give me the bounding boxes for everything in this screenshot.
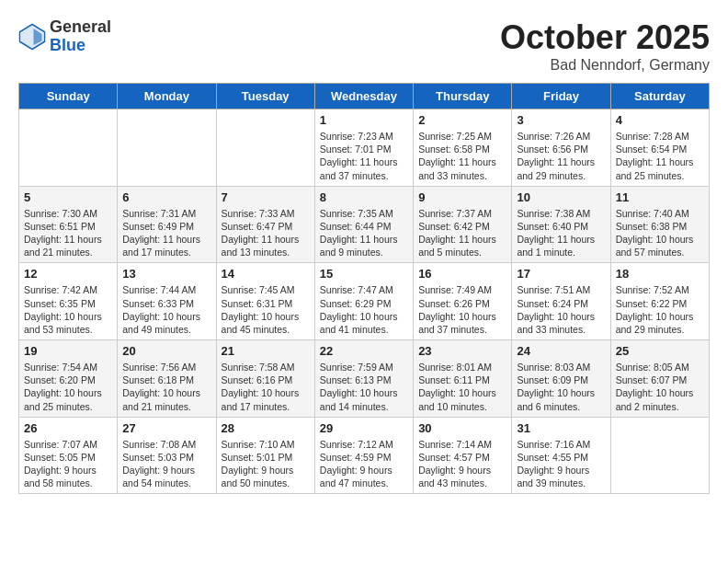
calendar-day-cell: 1Sunrise: 7:23 AM Sunset: 7:01 PM Daylig…: [314, 109, 413, 187]
day-info: Sunrise: 8:05 AM Sunset: 6:07 PM Dayligh…: [616, 361, 704, 413]
calendar-day-cell: 21Sunrise: 7:58 AM Sunset: 6:16 PM Dayli…: [216, 340, 314, 418]
day-number: 18: [616, 267, 704, 281]
day-number: 22: [320, 344, 408, 358]
day-info: Sunrise: 7:40 AM Sunset: 6:38 PM Dayligh…: [616, 207, 704, 259]
calendar-day-cell: 11Sunrise: 7:40 AM Sunset: 6:38 PM Dayli…: [610, 186, 709, 263]
day-number: 25: [616, 344, 704, 358]
title-block: October 2025 Bad Nenndorf, Germany: [500, 18, 710, 74]
day-info: Sunrise: 7:52 AM Sunset: 6:22 PM Dayligh…: [616, 283, 704, 336]
calendar-day-cell: 10Sunrise: 7:38 AM Sunset: 6:40 PM Dayli…: [512, 186, 610, 263]
calendar-day-cell: 17Sunrise: 7:51 AM Sunset: 6:24 PM Dayli…: [512, 263, 610, 340]
day-number: 23: [418, 344, 506, 358]
calendar-day-cell: 13Sunrise: 7:44 AM Sunset: 6:33 PM Dayli…: [118, 263, 216, 340]
calendar-day-cell: [118, 109, 216, 187]
calendar-day-cell: 14Sunrise: 7:45 AM Sunset: 6:31 PM Dayli…: [216, 263, 314, 340]
calendar-day-cell: 25Sunrise: 8:05 AM Sunset: 6:07 PM Dayli…: [610, 340, 709, 418]
calendar-day-cell: 22Sunrise: 7:59 AM Sunset: 6:13 PM Dayli…: [314, 340, 413, 418]
day-info: Sunrise: 7:37 AM Sunset: 6:42 PM Dayligh…: [418, 207, 506, 259]
day-of-week-header: Wednesday: [314, 84, 413, 109]
day-info: Sunrise: 7:12 AM Sunset: 4:59 PM Dayligh…: [320, 438, 408, 490]
calendar-day-cell: 19Sunrise: 7:54 AM Sunset: 6:20 PM Dayli…: [19, 340, 118, 418]
day-number: 28: [222, 421, 310, 435]
day-info: Sunrise: 7:49 AM Sunset: 6:26 PM Dayligh…: [418, 283, 506, 336]
day-info: Sunrise: 7:10 AM Sunset: 5:01 PM Dayligh…: [222, 438, 310, 490]
day-number: 26: [24, 421, 112, 435]
day-info: Sunrise: 7:26 AM Sunset: 6:56 PM Dayligh…: [517, 130, 605, 182]
calendar-table: SundayMondayTuesdayWednesdayThursdayFrid…: [18, 83, 710, 494]
day-number: 31: [517, 421, 605, 435]
calendar-day-cell: 12Sunrise: 7:42 AM Sunset: 6:35 PM Dayli…: [19, 263, 118, 340]
day-info: Sunrise: 7:45 AM Sunset: 6:31 PM Dayligh…: [222, 283, 310, 336]
day-number: 2: [418, 113, 506, 127]
day-info: Sunrise: 7:54 AM Sunset: 6:20 PM Dayligh…: [24, 361, 112, 413]
month-title: October 2025: [500, 18, 710, 57]
calendar-day-cell: 26Sunrise: 7:07 AM Sunset: 5:05 PM Dayli…: [19, 417, 118, 494]
day-number: 19: [24, 344, 112, 358]
calendar-day-cell: 8Sunrise: 7:35 AM Sunset: 6:44 PM Daylig…: [314, 186, 413, 263]
day-number: 14: [222, 267, 310, 281]
calendar-day-cell: 7Sunrise: 7:33 AM Sunset: 6:47 PM Daylig…: [216, 186, 314, 263]
day-number: 27: [122, 421, 210, 435]
day-number: 5: [24, 190, 112, 204]
day-number: 17: [517, 267, 605, 281]
calendar-day-cell: 6Sunrise: 7:31 AM Sunset: 6:49 PM Daylig…: [118, 186, 216, 263]
day-of-week-header: Tuesday: [216, 84, 314, 109]
calendar-day-cell: 15Sunrise: 7:47 AM Sunset: 6:29 PM Dayli…: [314, 263, 413, 340]
logo-blue-text: Blue: [50, 37, 111, 55]
day-number: 8: [320, 190, 408, 204]
calendar-header: SundayMondayTuesdayWednesdayThursdayFrid…: [19, 84, 710, 109]
day-of-week-header: Saturday: [610, 84, 709, 109]
calendar-day-cell: [216, 109, 314, 187]
day-of-week-header: Thursday: [414, 84, 512, 109]
calendar-day-cell: 3Sunrise: 7:26 AM Sunset: 6:56 PM Daylig…: [512, 109, 610, 187]
logo-text: General Blue: [50, 18, 111, 55]
day-number: 10: [517, 190, 605, 204]
day-number: 4: [616, 113, 704, 127]
day-info: Sunrise: 7:58 AM Sunset: 6:16 PM Dayligh…: [222, 361, 310, 413]
calendar-day-cell: 9Sunrise: 7:37 AM Sunset: 6:42 PM Daylig…: [414, 186, 512, 263]
day-info: Sunrise: 7:44 AM Sunset: 6:33 PM Dayligh…: [122, 283, 210, 336]
day-info: Sunrise: 7:35 AM Sunset: 6:44 PM Dayligh…: [320, 207, 408, 259]
location: Bad Nenndorf, Germany: [500, 57, 710, 74]
calendar-day-cell: [610, 417, 709, 494]
day-number: 6: [122, 190, 210, 204]
day-info: Sunrise: 7:28 AM Sunset: 6:54 PM Dayligh…: [616, 130, 704, 182]
calendar-week-row: 12Sunrise: 7:42 AM Sunset: 6:35 PM Dayli…: [19, 263, 710, 340]
day-info: Sunrise: 7:42 AM Sunset: 6:35 PM Dayligh…: [24, 283, 112, 336]
calendar-week-row: 5Sunrise: 7:30 AM Sunset: 6:51 PM Daylig…: [19, 186, 710, 263]
day-info: Sunrise: 7:38 AM Sunset: 6:40 PM Dayligh…: [517, 207, 605, 259]
day-number: 11: [616, 190, 704, 204]
day-number: 12: [24, 267, 112, 281]
calendar-day-cell: 16Sunrise: 7:49 AM Sunset: 6:26 PM Dayli…: [414, 263, 512, 340]
logo-icon: [18, 23, 46, 51]
logo-general-text: General: [50, 18, 111, 37]
day-number: 30: [418, 421, 506, 435]
day-number: 20: [122, 344, 210, 358]
day-number: 16: [418, 267, 506, 281]
day-info: Sunrise: 8:01 AM Sunset: 6:11 PM Dayligh…: [418, 361, 506, 413]
calendar-day-cell: 5Sunrise: 7:30 AM Sunset: 6:51 PM Daylig…: [19, 186, 118, 263]
calendar-day-cell: 24Sunrise: 8:03 AM Sunset: 6:09 PM Dayli…: [512, 340, 610, 418]
day-number: 3: [517, 113, 605, 127]
calendar-day-cell: 31Sunrise: 7:16 AM Sunset: 4:55 PM Dayli…: [512, 417, 610, 494]
day-number: 29: [320, 421, 408, 435]
calendar-body: 1Sunrise: 7:23 AM Sunset: 7:01 PM Daylig…: [19, 109, 710, 494]
calendar-day-cell: 2Sunrise: 7:25 AM Sunset: 6:58 PM Daylig…: [414, 109, 512, 187]
page-header: General Blue October 2025 Bad Nenndorf, …: [18, 18, 710, 74]
day-info: Sunrise: 7:47 AM Sunset: 6:29 PM Dayligh…: [320, 283, 408, 336]
logo: General Blue: [18, 18, 111, 55]
day-info: Sunrise: 7:30 AM Sunset: 6:51 PM Dayligh…: [24, 207, 112, 259]
day-info: Sunrise: 7:08 AM Sunset: 5:03 PM Dayligh…: [122, 438, 210, 490]
header-row: SundayMondayTuesdayWednesdayThursdayFrid…: [19, 84, 710, 109]
day-of-week-header: Sunday: [19, 84, 118, 109]
calendar-day-cell: 27Sunrise: 7:08 AM Sunset: 5:03 PM Dayli…: [118, 417, 216, 494]
day-info: Sunrise: 7:51 AM Sunset: 6:24 PM Dayligh…: [517, 283, 605, 336]
day-info: Sunrise: 7:16 AM Sunset: 4:55 PM Dayligh…: [517, 438, 605, 490]
day-info: Sunrise: 7:31 AM Sunset: 6:49 PM Dayligh…: [122, 207, 210, 259]
day-info: Sunrise: 7:33 AM Sunset: 6:47 PM Dayligh…: [222, 207, 310, 259]
calendar-day-cell: [19, 109, 118, 187]
day-info: Sunrise: 7:56 AM Sunset: 6:18 PM Dayligh…: [122, 361, 210, 413]
day-info: Sunrise: 7:25 AM Sunset: 6:58 PM Dayligh…: [418, 130, 506, 182]
day-number: 13: [122, 267, 210, 281]
day-number: 1: [320, 113, 408, 127]
